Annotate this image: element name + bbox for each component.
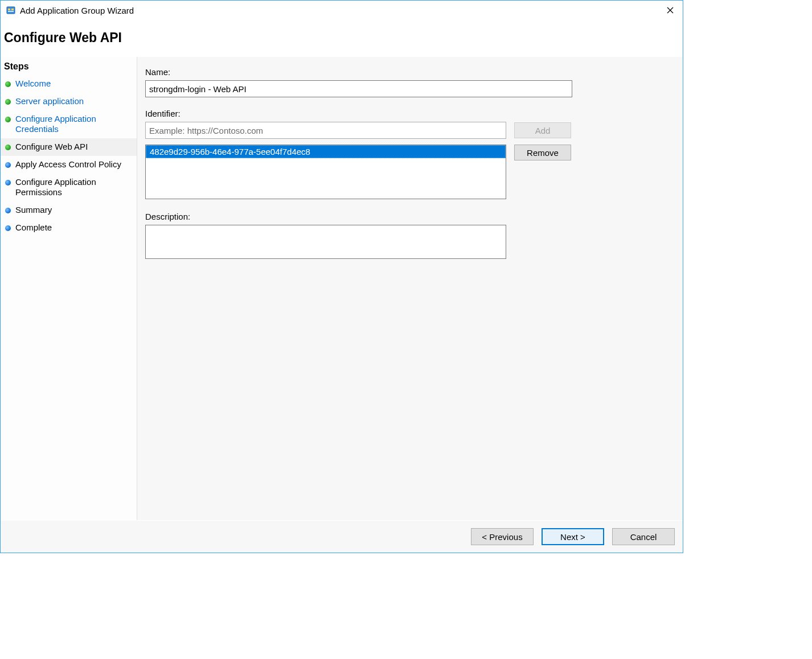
step-label: Configure Application Credentials [15, 114, 132, 135]
step-bullet-icon [5, 81, 11, 87]
add-button: Add [514, 122, 571, 138]
description-input[interactable] [145, 225, 506, 259]
app-icon [5, 5, 17, 16]
step-bullet-icon [5, 208, 11, 213]
identifier-list-row: 482e9d29-956b-46e4-977a-5ee04f7d4ec8 Rem… [145, 145, 675, 199]
svg-rect-2 [11, 9, 14, 10]
step-configure-credentials[interactable]: Configure Application Credentials [1, 110, 137, 139]
name-label: Name: [145, 67, 675, 77]
step-configure-permissions[interactable]: Configure Application Permissions [1, 174, 137, 202]
page-title: Configure Web API [1, 20, 683, 57]
step-bullet-icon [5, 99, 11, 105]
step-label: Apply Access Control Policy [15, 159, 121, 170]
steps-sidebar: Steps Welcome Server application Configu… [1, 57, 137, 520]
titlebar-left: Add Application Group Wizard [5, 5, 134, 16]
step-bullet-icon [5, 225, 11, 231]
description-label: Description: [145, 212, 675, 221]
identifier-input[interactable] [145, 122, 506, 139]
step-configure-web-api[interactable]: Configure Web API [1, 138, 137, 156]
step-bullet-icon [5, 117, 11, 122]
step-label: Server application [15, 96, 84, 107]
step-label: Complete [15, 223, 52, 233]
step-bullet-icon [5, 145, 11, 150]
identifier-label: Identifier: [145, 109, 675, 118]
step-bullet-icon [5, 180, 11, 186]
step-label: Configure Application Permissions [15, 177, 132, 199]
steps-heading: Steps [1, 59, 137, 75]
identifier-list-item[interactable]: 482e9d29-956b-46e4-977a-5ee04f7d4ec8 [146, 145, 506, 158]
step-bullet-icon [5, 162, 11, 168]
previous-button[interactable]: < Previous [471, 528, 534, 545]
remove-button[interactable]: Remove [514, 145, 571, 160]
step-label: Summary [15, 205, 52, 216]
identifier-listbox[interactable]: 482e9d29-956b-46e4-977a-5ee04f7d4ec8 [145, 145, 506, 199]
step-summary[interactable]: Summary [1, 201, 137, 219]
wizard-window: Add Application Group Wizard Configure W… [0, 0, 683, 553]
titlebar: Add Application Group Wizard [1, 1, 683, 20]
step-label: Welcome [15, 79, 51, 89]
svg-rect-1 [8, 9, 10, 10]
next-button[interactable]: Next > [542, 528, 604, 545]
wizard-footer: < Previous Next > Cancel [1, 521, 683, 553]
main-panel: Name: Identifier: Add 482e9d29-956b-46e4… [137, 57, 683, 520]
window-title: Add Application Group Wizard [20, 6, 134, 15]
body: Steps Welcome Server application Configu… [1, 57, 683, 521]
step-server-application[interactable]: Server application [1, 93, 137, 110]
step-apply-access-control[interactable]: Apply Access Control Policy [1, 156, 137, 174]
step-complete[interactable]: Complete [1, 219, 137, 237]
step-welcome[interactable]: Welcome [1, 75, 137, 93]
step-label: Configure Web API [15, 142, 88, 153]
cancel-button[interactable]: Cancel [612, 528, 675, 545]
identifier-row: Add [145, 122, 675, 139]
svg-rect-3 [8, 11, 14, 12]
name-input[interactable] [145, 80, 572, 97]
close-button[interactable] [658, 2, 683, 19]
